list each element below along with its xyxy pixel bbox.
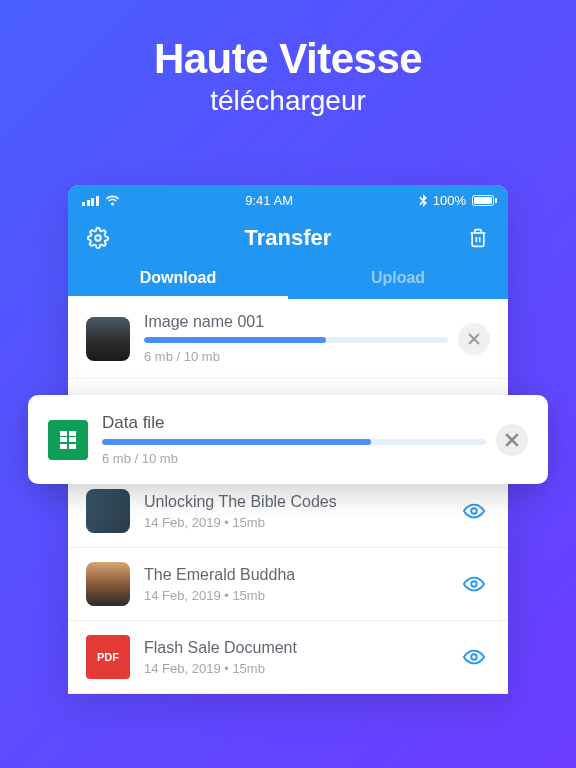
trash-icon [468,227,488,249]
close-icon [505,433,519,447]
bluetooth-icon [419,194,427,207]
item-title: Image name 001 [144,313,448,331]
sheets-icon [48,420,88,460]
thumbnail-icon [86,489,130,533]
battery-percent: 100% [433,193,466,208]
page-title: Transfer [245,225,332,251]
progress-bar [144,337,448,343]
thumbnail-icon [86,317,130,361]
eye-icon [463,649,485,665]
cancel-button[interactable] [458,323,490,355]
tab-download[interactable]: Download [68,257,288,299]
svg-point-5 [471,508,477,514]
hero-subtitle: téléchargeur [0,85,576,117]
app-header: Transfer [68,215,508,257]
svg-point-0 [95,235,101,241]
pdf-icon: PDF [86,635,130,679]
item-meta: 14 Feb, 2019 • 15mb [144,588,448,603]
svg-point-6 [471,581,477,587]
list-item: The Emerald Buddha 14 Feb, 2019 • 15mb [68,548,508,621]
hero-title: Haute Vitesse [0,35,576,83]
item-meta: 14 Feb, 2019 • 15mb [144,661,448,676]
svg-point-7 [471,654,477,660]
item-title: Flash Sale Document [144,639,448,657]
close-icon [468,333,480,345]
list-item: Unlocking The Bible Codes 14 Feb, 2019 •… [68,475,508,548]
signal-icon [82,195,99,206]
view-button[interactable] [458,495,490,527]
view-button[interactable] [458,641,490,673]
settings-button[interactable] [86,226,110,250]
thumbnail-icon [86,562,130,606]
status-bar: 9:41 AM 100% [68,185,508,215]
delete-button[interactable] [466,226,490,250]
battery-icon [472,195,494,206]
status-time: 9:41 AM [245,193,293,208]
cancel-button[interactable] [496,424,528,456]
eye-icon [463,503,485,519]
tab-download-label: Download [140,269,216,286]
item-title: Unlocking The Bible Codes [144,493,448,511]
wifi-icon [105,195,120,206]
tab-upload-label: Upload [371,269,425,286]
eye-icon [463,576,485,592]
floating-item: Data file 6 mb / 10 mb [28,395,548,484]
item-meta: 6 mb / 10 mb [144,349,448,364]
pdf-label: PDF [97,651,119,663]
item-meta: 6 mb / 10 mb [102,451,486,466]
gear-icon [87,227,109,249]
tabs: Download Upload [68,257,508,299]
download-list: Image name 001 6 mb / 10 mb Unlocking Th… [68,299,508,694]
view-button[interactable] [458,568,490,600]
list-item: PDF Flash Sale Document 14 Feb, 2019 • 1… [68,621,508,694]
item-title: The Emerald Buddha [144,566,448,584]
list-item: Image name 001 6 mb / 10 mb [68,299,508,379]
progress-bar [102,439,486,445]
item-title: Data file [102,413,486,433]
tab-upload[interactable]: Upload [288,257,508,299]
item-meta: 14 Feb, 2019 • 15mb [144,515,448,530]
hero: Haute Vitesse téléchargeur [0,0,576,117]
